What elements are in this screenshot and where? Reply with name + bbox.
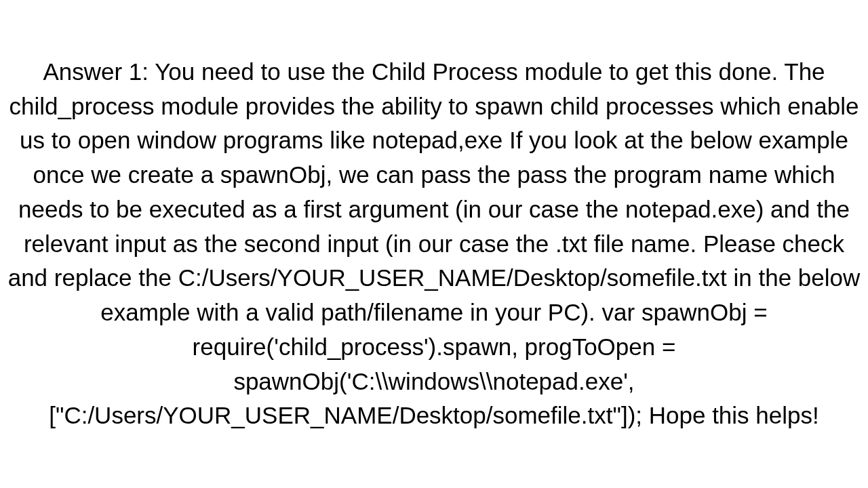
answer-text: Answer 1: You need to use the Child Proc… [0,55,868,433]
